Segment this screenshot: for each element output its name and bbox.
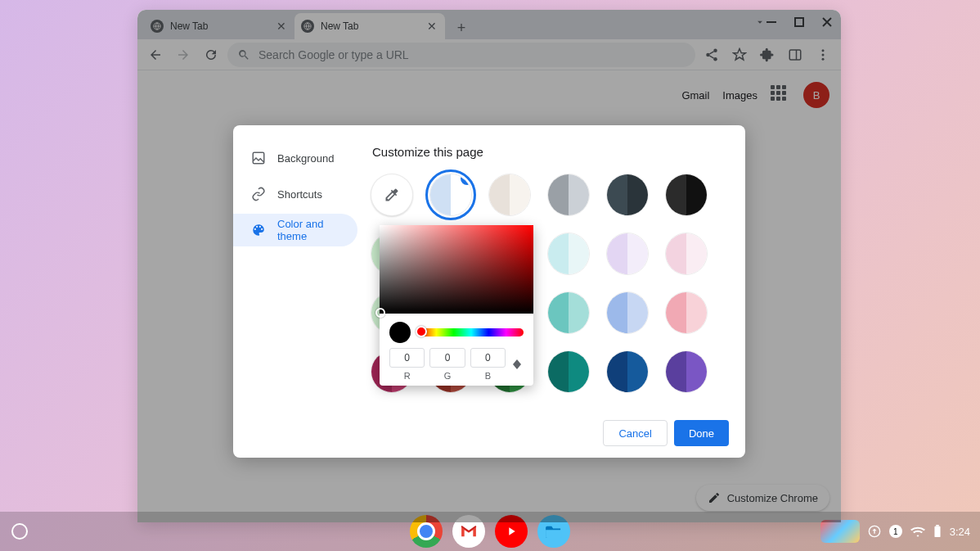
nav-shortcuts[interactable]: Shortcuts	[233, 178, 357, 210]
notification-badge[interactable]: 1	[889, 525, 902, 538]
color-swatch-black[interactable]	[665, 174, 708, 216]
gmail-app-icon[interactable]	[452, 515, 485, 548]
ntp-top-links: Gmail Images B	[681, 82, 829, 108]
color-swatch-rose[interactable]	[665, 291, 708, 334]
globe-icon	[151, 20, 164, 33]
account-avatar[interactable]: B	[803, 82, 829, 108]
maximize-button[interactable]	[790, 13, 808, 31]
customize-chrome-label: Customize Chrome	[727, 492, 818, 504]
images-link[interactable]: Images	[722, 89, 757, 102]
modal-buttons: Cancel Done	[603, 420, 729, 446]
clock: 3:24	[950, 526, 970, 538]
back-button[interactable]	[144, 43, 167, 66]
nav-color-theme[interactable]: Color and theme	[233, 214, 357, 246]
chevron-down-icon	[513, 364, 521, 369]
menu-button[interactable]	[811, 43, 834, 66]
wifi-icon	[910, 526, 925, 537]
check-icon: ✓	[461, 174, 472, 185]
eyedropper-icon	[384, 187, 400, 203]
color-format-toggle[interactable]	[510, 348, 524, 381]
svg-rect-2	[766, 21, 776, 23]
bookmark-button[interactable]	[728, 43, 751, 66]
up-arrow-icon[interactable]	[868, 525, 881, 538]
palette-icon	[251, 223, 266, 237]
color-swatch-light-purple[interactable]	[606, 233, 649, 275]
shelf-pinned-apps	[410, 515, 570, 548]
color-swatch-dark-teal[interactable]	[547, 350, 590, 393]
launcher-button[interactable]	[11, 523, 28, 540]
toolbar: Search Google or type a URL	[137, 39, 841, 70]
b-input[interactable]	[470, 348, 506, 368]
apps-grid-icon[interactable]	[771, 85, 790, 105]
b-label: B	[485, 371, 491, 381]
svg-rect-12	[253, 152, 264, 164]
extensions-button[interactable]	[756, 43, 779, 66]
nav-background[interactable]: Background	[233, 142, 357, 174]
color-swatch-light-blue[interactable]	[606, 291, 649, 334]
sv-cursor[interactable]	[375, 308, 385, 318]
ime-menu-icon[interactable]	[820, 520, 860, 543]
svg-rect-7	[789, 50, 801, 60]
modal-title: Customize this page	[372, 145, 726, 159]
new-tab-button[interactable]: +	[450, 16, 473, 39]
color-swatch-warm-grey[interactable]	[488, 174, 531, 216]
color-swatch-light-cyan[interactable]	[547, 233, 590, 275]
close-icon[interactable]: ✕	[275, 20, 288, 33]
svg-point-4	[713, 48, 717, 52]
color-swatch-default[interactable]: ✓	[429, 174, 472, 216]
r-input[interactable]	[389, 348, 425, 368]
close-icon[interactable]: ✕	[425, 20, 438, 33]
nav-shortcuts-label: Shortcuts	[277, 188, 322, 201]
gmail-link[interactable]: Gmail	[681, 89, 709, 102]
minimize-button[interactable]	[762, 13, 780, 31]
cancel-button[interactable]: Cancel	[603, 420, 667, 446]
svg-point-11	[822, 57, 825, 60]
color-swatch-dark-slate[interactable]	[606, 174, 649, 216]
color-swatch-navy[interactable]	[606, 350, 649, 393]
modal-nav: Background Shortcuts Color and theme	[233, 125, 364, 458]
side-panel-button[interactable]	[784, 43, 807, 66]
svg-rect-15	[936, 525, 939, 526]
color-preview	[389, 322, 411, 343]
color-swatch-violet[interactable]	[665, 350, 708, 393]
done-button[interactable]: Done	[674, 420, 729, 446]
svg-point-9	[822, 49, 825, 52]
pencil-icon	[708, 491, 721, 504]
reload-button[interactable]	[200, 43, 223, 66]
battery-icon	[933, 525, 942, 538]
svg-rect-3	[795, 18, 803, 26]
svg-point-10	[822, 53, 825, 56]
window-controls	[762, 13, 836, 31]
svg-point-5	[706, 52, 710, 56]
color-swatch-light-pink[interactable]	[665, 233, 708, 275]
forward-button[interactable]	[172, 43, 195, 66]
shelf-status-area[interactable]: 1 3:24	[820, 520, 980, 543]
omnibox-placeholder: Search Google or type a URL	[258, 48, 409, 61]
chrome-app-icon[interactable]	[410, 515, 443, 548]
tab-active[interactable]: New Tab ✕	[294, 13, 445, 39]
customize-chrome-button[interactable]: Customize Chrome	[696, 485, 829, 511]
tab-inactive[interactable]: New Tab ✕	[144, 13, 294, 39]
g-label: G	[444, 371, 452, 381]
color-swatch-custom-picker[interactable]	[371, 174, 413, 216]
nav-background-label: Background	[277, 152, 334, 165]
svg-rect-14	[934, 526, 940, 537]
omnibox[interactable]: Search Google or type a URL	[227, 43, 695, 67]
files-app-icon[interactable]	[537, 515, 570, 548]
share-button[interactable]	[700, 43, 723, 66]
youtube-app-icon[interactable]	[495, 515, 528, 548]
saturation-value-field[interactable]	[380, 225, 533, 314]
hue-cursor[interactable]	[416, 326, 427, 337]
g-input[interactable]	[429, 348, 465, 368]
rgb-inputs: R G B	[380, 348, 533, 381]
tab-title: New Tab	[170, 20, 208, 32]
hue-slider[interactable]	[419, 328, 524, 336]
tab-strip: New Tab ✕ New Tab ✕ +	[137, 10, 841, 39]
color-swatch-cool-grey[interactable]	[547, 174, 590, 216]
r-label: R	[404, 371, 411, 381]
close-window-button[interactable]	[818, 13, 836, 31]
color-swatch-mint-teal[interactable]	[547, 291, 590, 334]
tab-title: New Tab	[321, 20, 358, 32]
link-icon	[251, 187, 266, 201]
search-icon	[237, 48, 250, 61]
